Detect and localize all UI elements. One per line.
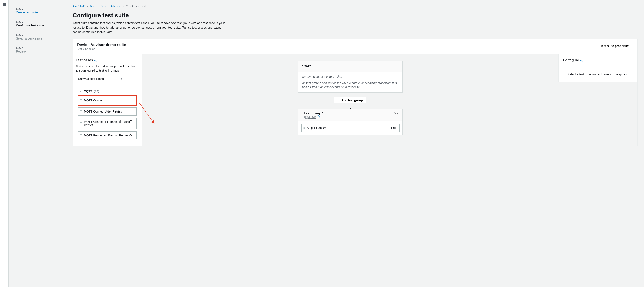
start-title: Start bbox=[298, 61, 402, 72]
flow-connector: + Add test group bbox=[298, 93, 403, 109]
wizard-step-4: Step 4 Review bbox=[16, 43, 60, 56]
step-number: Step 1 bbox=[16, 7, 60, 10]
suite-panel: Device Advisor demo suite Test suite nam… bbox=[72, 39, 638, 146]
test-case-label: MQTT Reconnect Backoff Retries On bbox=[84, 134, 133, 137]
triangle-down-icon: ▼ bbox=[80, 90, 82, 92]
test-case-item[interactable]: ⠿ MQTT Connect Exponential Backoff Retri… bbox=[78, 118, 137, 129]
group-toggle[interactable]: ▼ MQTT (14) bbox=[78, 88, 137, 94]
drag-handle-icon[interactable]: ⠿ bbox=[80, 135, 82, 136]
configure-message: Select a test group or test case to conf… bbox=[558, 66, 638, 82]
group-name: MQTT bbox=[84, 90, 92, 93]
drag-handle-icon[interactable]: ⠿ bbox=[80, 100, 82, 101]
suite-subtitle: Test suite name bbox=[77, 48, 126, 50]
suite-title: Device Advisor demo suite bbox=[77, 43, 126, 47]
start-description-2: All test groups and test cases will exec… bbox=[302, 81, 399, 90]
chevron-right-icon: › bbox=[86, 4, 88, 8]
group-subtitle: Test group bbox=[304, 115, 316, 118]
breadcrumb-link[interactable]: AWS IoT bbox=[72, 4, 84, 8]
test-cases-filter-select[interactable]: Show all test cases ▼ bbox=[76, 76, 125, 82]
edit-group-link[interactable]: Edit bbox=[393, 112, 398, 115]
group-count: (14) bbox=[94, 90, 99, 93]
test-case-item[interactable]: ⠿ MQTT Connect Jitter Retries bbox=[78, 108, 137, 116]
wizard-step-2: Step 2 Configure test suite bbox=[16, 17, 60, 30]
group-title: Test group 1 bbox=[304, 112, 324, 115]
placed-test-case-label: MQTT Connect bbox=[307, 126, 327, 130]
test-case-item[interactable]: ⠿ MQTT Connect bbox=[78, 96, 137, 105]
wizard-step-3: Step 3 Select a device role bbox=[16, 30, 60, 43]
test-cases-column: Test cases i Test cases are the individu… bbox=[73, 54, 142, 146]
breadcrumb: AWS IoT › Test › Device Advisor › Create… bbox=[72, 0, 638, 10]
drag-handle-icon[interactable]: ⠿ bbox=[80, 123, 82, 124]
test-case-item[interactable]: ⠿ MQTT Reconnect Backoff Retries On bbox=[78, 131, 137, 140]
start-description-1: Starting point of this test suite. bbox=[302, 75, 399, 79]
drag-handle-icon[interactable]: ⠿ bbox=[300, 112, 302, 114]
caret-down-icon: ▼ bbox=[120, 78, 122, 80]
info-icon[interactable]: i bbox=[94, 59, 97, 62]
select-value: Show all test cases bbox=[78, 77, 104, 80]
hamburger-icon bbox=[2, 2, 6, 6]
step-title: Configure test suite bbox=[16, 24, 60, 27]
test-group-card: ⠿ Test group 1 Test group i Edit bbox=[298, 109, 403, 135]
breadcrumb-current: Create test suite bbox=[126, 4, 148, 8]
step-number: Step 4 bbox=[16, 46, 60, 49]
info-icon[interactable]: i bbox=[580, 59, 583, 62]
test-suite-properties-button[interactable]: Test suite properties bbox=[596, 43, 633, 49]
test-cases-title: Test cases bbox=[76, 58, 93, 62]
start-card: Start Starting point of this test suite.… bbox=[298, 61, 403, 93]
drag-handle-icon[interactable]: ⠿ bbox=[80, 111, 82, 112]
breadcrumb-link[interactable]: Device Advisor bbox=[100, 4, 120, 8]
test-case-label: MQTT Connect bbox=[84, 99, 104, 102]
step-title: Review bbox=[16, 50, 60, 53]
configure-column: Configure i Select a test group or test … bbox=[558, 54, 638, 82]
info-icon[interactable]: i bbox=[317, 115, 320, 118]
arrow-down-icon bbox=[349, 108, 352, 109]
wizard-steps: Step 1 Create test suite Step 2 Configur… bbox=[8, 0, 66, 287]
builder-column: Start Starting point of this test suite.… bbox=[146, 54, 554, 140]
configure-title: Configure bbox=[563, 58, 579, 62]
breadcrumb-link[interactable]: Test bbox=[90, 4, 95, 8]
step-title: Select a device role bbox=[16, 37, 60, 40]
edit-test-case-link[interactable]: Edit bbox=[391, 126, 396, 130]
test-case-group: ▼ MQTT (14) ⠿ MQTT Connect ⠿ MQTT Con bbox=[76, 86, 139, 142]
page-title: Configure test suite bbox=[72, 12, 638, 19]
test-cases-description: Test cases are the individual prebuilt t… bbox=[76, 64, 139, 72]
sidebar-toggle[interactable] bbox=[0, 0, 8, 287]
chevron-right-icon: › bbox=[122, 4, 124, 8]
placed-test-case[interactable]: ⠿ MQTT Connect Edit bbox=[301, 124, 400, 132]
plus-icon: + bbox=[338, 99, 340, 102]
step-title[interactable]: Create test suite bbox=[16, 11, 60, 14]
drag-handle-icon[interactable]: ⠿ bbox=[303, 127, 305, 128]
wizard-step-1[interactable]: Step 1 Create test suite bbox=[16, 4, 60, 17]
step-number: Step 3 bbox=[16, 33, 60, 36]
step-number: Step 2 bbox=[16, 20, 60, 23]
chevron-right-icon: › bbox=[97, 4, 98, 8]
add-group-label: Add test group bbox=[342, 98, 363, 102]
test-case-label: MQTT Connect Jitter Retries bbox=[84, 110, 122, 113]
add-test-group-button[interactable]: + Add test group bbox=[334, 97, 366, 103]
test-case-label: MQTT Connect Exponential Backoff Retries bbox=[84, 120, 134, 127]
page-description: A test suite contains test groups, which… bbox=[72, 21, 226, 34]
